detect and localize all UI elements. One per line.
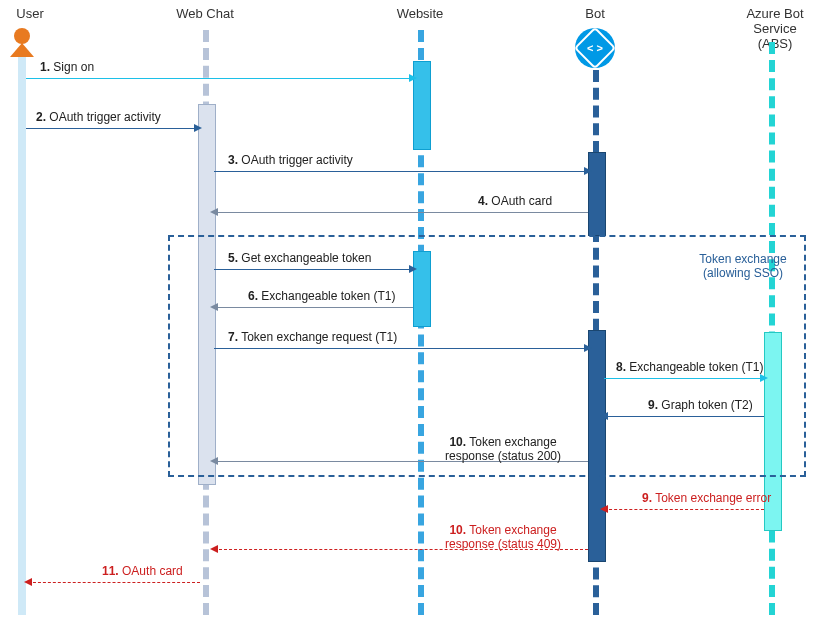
- lane-label-website: Website: [395, 6, 445, 21]
- lifeline-user: [18, 57, 26, 615]
- arrow-m4: [214, 212, 588, 213]
- group-label: Token exchange(allowing SSO): [688, 252, 798, 280]
- label-m10b: 10. Token exchange response (status 409): [428, 523, 578, 551]
- lane-label-abs: Azure Bot Service(ABS): [730, 6, 820, 51]
- activation-webchat: [198, 104, 216, 485]
- arrow-head-m4: [210, 208, 218, 216]
- arrow-head-m9: [600, 412, 608, 420]
- activation-website-2: [413, 251, 431, 327]
- activation-bot-2: [588, 330, 606, 562]
- label-m2: 2. OAuth trigger activity: [36, 110, 161, 124]
- arrow-head-m8: [760, 374, 768, 382]
- user-icon: [14, 28, 30, 44]
- arrow-head-m6: [210, 303, 218, 311]
- label-m10: 10. Token exchange response (status 200): [428, 435, 578, 463]
- arrow-head-m5: [409, 265, 417, 273]
- arrow-m1: [26, 78, 413, 79]
- label-m7: 7. Token exchange request (T1): [228, 330, 397, 344]
- label-m9: 9. Graph token (T2): [648, 398, 753, 412]
- arrow-m6: [214, 307, 413, 308]
- label-m4: 4. OAuth card: [478, 194, 552, 208]
- lane-label-bot: Bot: [580, 6, 610, 21]
- arrow-head-m2: [194, 124, 202, 132]
- lane-label-webchat: Web Chat: [175, 6, 235, 21]
- arrow-head-m1: [409, 74, 417, 82]
- arrow-m2: [26, 128, 198, 129]
- label-m11: 11. OAuth card: [102, 564, 183, 578]
- arrow-head-m10: [210, 457, 218, 465]
- label-m9b: 9. Token exchange error: [642, 491, 771, 505]
- arrow-m5: [214, 269, 413, 270]
- user-icon-body: [10, 43, 34, 57]
- activation-bot-1: [588, 152, 606, 236]
- sequence-diagram: User Web Chat Website Bot Azure Bot Serv…: [0, 0, 830, 622]
- arrow-head-m10b: [210, 545, 218, 553]
- arrow-head-m7: [584, 344, 592, 352]
- label-m6: 6. Exchangeable token (T1): [248, 289, 395, 303]
- arrow-m8: [604, 378, 764, 379]
- arrow-m9b: [604, 509, 764, 510]
- bot-icon: < >: [575, 28, 615, 68]
- label-m1: 1. Sign on: [40, 60, 94, 74]
- label-m3: 3. OAuth trigger activity: [228, 153, 353, 167]
- arrow-m3: [214, 171, 588, 172]
- arrow-m11: [28, 582, 200, 583]
- label-m5: 5. Get exchangeable token: [228, 251, 371, 265]
- label-m8: 8. Exchangeable token (T1): [616, 360, 763, 374]
- arrow-head-m11: [24, 578, 32, 586]
- lane-label-user: User: [10, 6, 50, 21]
- arrow-head-m9b: [600, 505, 608, 513]
- arrow-m7: [214, 348, 588, 349]
- arrow-m9: [604, 416, 764, 417]
- arrow-head-m3: [584, 167, 592, 175]
